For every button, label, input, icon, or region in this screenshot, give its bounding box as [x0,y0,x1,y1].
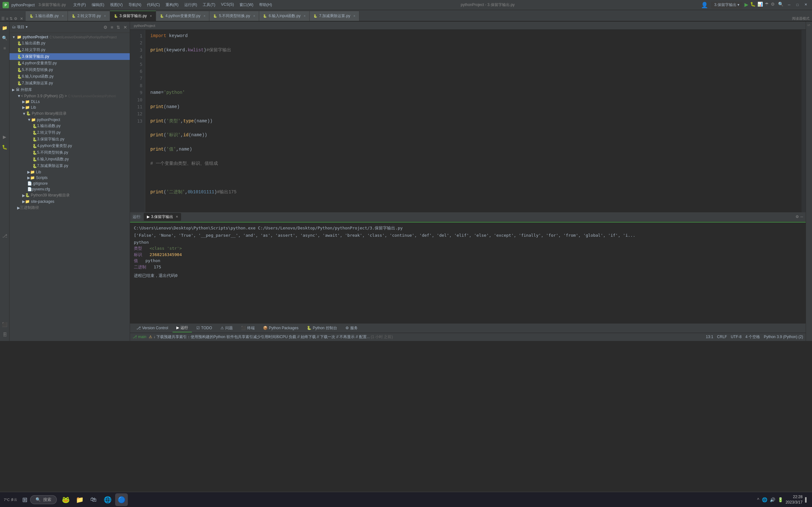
taskbar-folder-app[interactable]: 📁 [73,493,86,506]
tree-file-3[interactable]: 🐍 3.保留字输出.py [9,53,130,60]
tab-python-packages[interactable]: 📦 Python Packages [259,325,302,331]
taskbar-store-app[interactable]: 🛍 [87,493,100,506]
tree-sub-file-2[interactable]: 🐍 2.转义字符.py [9,129,130,136]
sidebar-sort-btn[interactable]: ⇅ [116,25,120,30]
sidebar-toggle-btn[interactable]: ☰ [1,16,5,21]
terminal-settings-btn[interactable]: ⚙ [796,215,799,219]
tab-4[interactable]: 🐍 4.python变量类型.py × [156,11,210,21]
navigate-btn[interactable]: ⇅ [9,16,13,21]
menu-code[interactable]: 代码(C) [144,2,162,8]
tree-site-packages[interactable]: ▶ 📁 site-packages [9,199,130,205]
tab-7[interactable]: 🐍 7.加减乘除运算.py × [310,11,359,21]
tree-sub-file-7[interactable]: 🐍 7.加减乘除运算.py [9,163,130,169]
code-editor[interactable]: import keyword print(keyword.kwlist)#保留字… [145,30,801,212]
reader-mode-btn[interactable]: 阅读器模式 [792,16,809,21]
sidebar-close-btn[interactable]: ✕ [123,25,127,30]
minimize-btn[interactable]: ─ [785,2,793,8]
run-tab-close[interactable]: × [176,215,178,219]
tab-terminal[interactable]: ⬛ 终端 [237,324,258,332]
system-clock[interactable]: 22:28 2023/3/17 [786,494,803,505]
coverage-btn[interactable]: ☂ [765,2,769,9]
tree-pyvenv[interactable]: 📄 pyvenv.cfg [9,186,130,192]
line-ending[interactable]: CRLF [717,335,727,339]
tab-version-control[interactable]: ⎇ Version Control [133,325,172,331]
menu-edit[interactable]: 编辑(E) [89,2,107,8]
strip-debug-btn[interactable]: 🐛 [1,143,9,151]
strip-structure-btn[interactable]: ≡ [1,44,9,52]
tree-file-7[interactable]: 🐍 7.加减乘除运算.py [9,80,130,87]
tree-external-libs[interactable]: ▶ 🏛 外部库 [9,87,130,93]
tree-sub-file-4[interactable]: 🐍 4.python变量类型.py [9,143,130,149]
close-btn[interactable]: ✕ [802,2,809,8]
tray-up-arrow[interactable]: ^ [757,497,759,502]
editor-scrollbar[interactable] [801,30,806,212]
taskbar-search[interactable]: 🔍 搜索 [30,495,57,504]
tree-sub-file-1[interactable]: 🐍 1.输出函数.py [9,123,130,129]
editor-area[interactable]: 1 2 3 4 5 6 7 8 9 10 11 12 13 import key… [130,30,806,212]
taskbar-frog-app[interactable]: 🐸 [59,493,72,506]
sidebar-collapse-btn[interactable]: ≡ [111,25,113,30]
run-btn[interactable]: ▶ [745,2,748,9]
tree-file-6[interactable]: 🐍 6.输入input函数.py [9,73,130,80]
tab-problems[interactable]: ⚠ 问题 [217,324,237,332]
close-panel-btn[interactable]: ✕ [20,16,23,21]
tree-sub-file-6[interactable]: 🐍 6.输入input函数.py [9,156,130,163]
strip-terminal-btn[interactable]: ⬛ [1,321,9,328]
settings-btn[interactable]: ⚙ [771,2,775,9]
search-btn[interactable]: 🔍 [778,2,783,9]
encoding[interactable]: UTF-8 [731,335,742,339]
strip-search-btn[interactable]: 🔍 [1,34,9,42]
tray-volume[interactable]: 🔊 [770,497,775,502]
indent-info[interactable]: 4 个空格 [745,334,760,340]
tree-file-5[interactable]: 🐍 5.不同类型转换.py [9,66,130,73]
menu-refactor[interactable]: 重构(R) [163,2,181,8]
strip-run-btn[interactable]: ▶ [1,133,9,141]
tab-4-close[interactable]: × [204,14,206,18]
tab-todo[interactable]: ☑ TODO [193,325,216,331]
menu-help[interactable]: 帮助(H) [257,2,275,8]
right-strip-label[interactable]: S [807,24,811,26]
strip-vcs-btn[interactable]: ⎇ [1,232,9,239]
tab-1[interactable]: 🐍 1.输出函数.py × [26,11,68,21]
tab-6-close[interactable]: × [304,14,305,18]
vcs-status[interactable]: ⎇ main [133,335,146,339]
tree-file-4[interactable]: 🐍 4.python变量类型.py [9,60,130,66]
terminal-content[interactable]: C:\Users\Lenovo\Desktop\Python\Scripts\p… [130,222,806,323]
tab-services[interactable]: ⚙ 服务 [342,324,362,332]
tree-lib[interactable]: ▶ 📁 Lib [9,105,130,110]
tree-python39[interactable]: ▶ 🐍 Python39 library根目录 [9,192,130,199]
tree-gitignore[interactable]: 📄 .gitignore [9,181,130,186]
tree-sub-scripts[interactable]: ▶ 📁 Scripts [9,175,130,181]
sidebar-settings-btn[interactable]: ⚙ [103,25,107,30]
menu-file[interactable]: 文件(F) [71,2,88,8]
menu-nav[interactable]: 导航(N) [126,2,144,8]
strip-database-btn[interactable]: 🗄 [1,331,9,338]
tree-dlls[interactable]: ▶ 📁 DLLs [9,99,130,105]
tab-2-close[interactable]: × [104,14,106,18]
tab-1-close[interactable]: × [62,14,64,18]
tab-run[interactable]: ▶ 运行 [172,324,192,332]
profile-btn[interactable]: 📊 [757,2,763,9]
tree-file-1[interactable]: 🐍 1.输出函数.py [9,40,130,47]
menu-vcs[interactable]: VCS(S) [218,2,237,8]
tray-battery[interactable]: 🔋 [778,497,783,502]
tab-6[interactable]: 🐍 6.输入input函数.py × [259,11,310,21]
menu-view[interactable]: 视图(V) [107,2,125,8]
tab-3[interactable]: 🐍 3.保留字输出.py × [110,11,156,21]
settings-gear-btn[interactable]: ⚙ [14,16,17,21]
tab-3-close[interactable]: × [150,14,152,18]
debug-btn[interactable]: 🐛 [750,2,756,9]
tree-file-2[interactable]: 🐍 2.转义字符.py [9,47,130,53]
user-icon[interactable]: 👤 [701,2,708,9]
tree-python-version[interactable]: ▼ < Python 3.9 (Python) (2) > C:\Users\L… [9,93,130,99]
menu-tools[interactable]: 工具(T) [200,2,217,8]
menu-run[interactable]: 运行(R) [182,2,200,8]
tab-7-close[interactable]: × [353,14,355,18]
taskbar-ide-app[interactable]: 🔵 [115,493,128,506]
taskbar-browser-app[interactable]: 🌐 [101,493,114,506]
tree-python-lib[interactable]: ▼ 🐍 Python library根目录 [9,110,130,117]
strip-project-btn[interactable]: 📁 [1,24,9,32]
tree-sub-lib[interactable]: ▶ 📁 Lib [9,169,130,175]
cursor-position[interactable]: 13:1 [706,335,713,339]
tree-sub-file-5[interactable]: 🐍 5.不同类型转换.py [9,149,130,156]
